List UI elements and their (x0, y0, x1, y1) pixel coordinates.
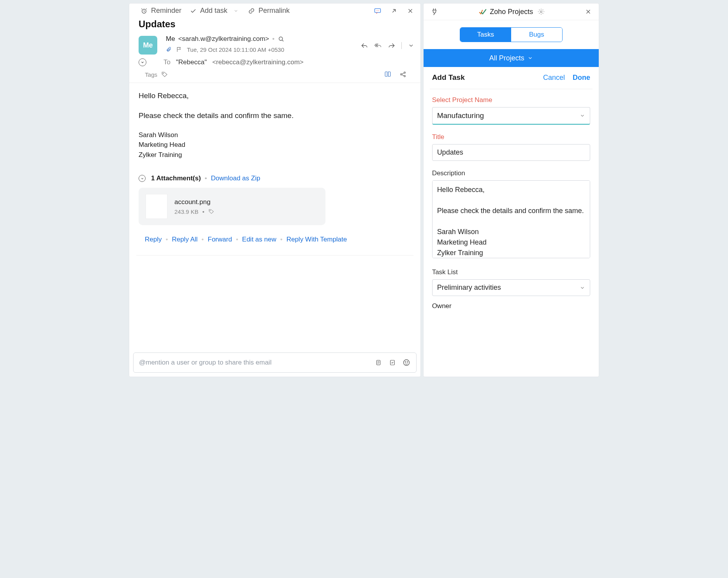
description-textarea[interactable] (432, 180, 590, 258)
permalink-label: Permalink (258, 7, 290, 15)
projects-pane: Zoho Projects Tasks Bugs All Projects Ad… (423, 3, 599, 377)
edit-as-new-link[interactable]: Edit as new (242, 236, 276, 243)
tasks-bugs-segmented: Tasks Bugs (460, 27, 563, 42)
tasklist-label: Task List (432, 268, 590, 276)
attachment-name: account.png (174, 198, 215, 206)
emoji-icon[interactable] (402, 359, 411, 367)
svg-point-16 (540, 11, 542, 13)
search-icon[interactable] (278, 35, 285, 42)
attachments-toggle-icon[interactable] (139, 175, 146, 182)
svg-point-10 (210, 210, 211, 211)
from-name: Me (166, 35, 175, 43)
reply-icon[interactable] (361, 42, 368, 49)
plug-icon[interactable] (431, 8, 438, 16)
add-task-heading: Add Task (432, 73, 465, 82)
avatar: Me (139, 36, 157, 55)
svg-point-6 (163, 73, 164, 74)
projects-app-name: Zoho Projects (490, 8, 533, 16)
svg-point-2 (376, 10, 376, 11)
done-button[interactable]: Done (573, 74, 590, 82)
svg-point-3 (377, 10, 378, 11)
body-line: Please check the details and confirm the… (139, 110, 411, 121)
open-external-icon[interactable] (390, 7, 398, 15)
svg-point-5 (279, 37, 283, 41)
attachment-icon[interactable] (166, 46, 171, 53)
tab-bugs[interactable]: Bugs (511, 28, 562, 42)
permalink-button[interactable]: Permalink (248, 7, 290, 15)
sig-title: Marketing Head (139, 140, 411, 150)
cancel-button[interactable]: Cancel (543, 74, 565, 82)
title-input[interactable] (432, 144, 590, 161)
sig-company: Zylker Training (139, 150, 411, 160)
email-subject: Updates (129, 16, 420, 35)
tasklist-field: Task List Preliminary activities (432, 268, 590, 296)
project-field: Select Project Name Manufacturing (432, 96, 590, 125)
title-field: Title (432, 133, 590, 161)
project-value: Manufacturing (437, 111, 484, 120)
attachment-card[interactable]: account.png 243.9 KB • (139, 188, 325, 225)
clipboard-icon[interactable] (374, 359, 383, 367)
attachment-count: 1 Attachment(s) (151, 174, 201, 182)
project-label: Select Project Name (432, 96, 590, 104)
svg-point-4 (378, 10, 378, 11)
add-task-label: Add task (200, 7, 227, 15)
from-email: <sarah.w@zylkertraining.com> (178, 35, 269, 43)
tasklist-select[interactable]: Preliminary activities (432, 279, 590, 296)
email-toolbar: Reminder Add task Permalink (129, 4, 420, 16)
mention-input[interactable]: @mention a user or group to share this e… (133, 352, 417, 373)
reply-all-icon[interactable] (374, 42, 382, 49)
projects-logo-icon (478, 7, 487, 16)
to-email: <rebecca@zylkertraining.com> (212, 58, 304, 66)
svg-point-14 (405, 362, 406, 363)
svg-point-15 (407, 362, 408, 363)
projects-dropdown[interactable]: All Projects (424, 49, 599, 67)
attachment-size: 243.9 KB (174, 208, 199, 215)
download-zip-link[interactable]: Download as Zip (211, 174, 260, 182)
svg-point-13 (403, 360, 409, 366)
link-icon (248, 7, 255, 15)
checklist-icon[interactable] (388, 359, 397, 367)
email-body: Hello Rebecca, Please check the details … (129, 83, 420, 171)
reminder-button[interactable]: Reminder (140, 7, 181, 15)
expand-icon[interactable] (408, 42, 414, 49)
from-line: Me <sarah.w@zylkertraining.com> • (166, 35, 356, 43)
chevron-down-icon (580, 285, 585, 291)
forward-icon[interactable] (388, 42, 395, 49)
body-greeting: Hello Rebecca, (139, 90, 411, 101)
to-label: To (152, 58, 171, 66)
email-pane: Reminder Add task Permalink (129, 3, 421, 377)
tab-tasks[interactable]: Tasks (460, 28, 511, 42)
add-task-button[interactable]: Add task (189, 7, 240, 15)
chat-icon[interactable] (374, 7, 382, 15)
expand-recipients-icon[interactable] (139, 58, 146, 66)
email-date: Tue, 29 Oct 2024 10:11:00 AM +0530 (187, 46, 284, 53)
reminder-label: Reminder (151, 7, 181, 15)
chevron-down-icon (232, 7, 240, 15)
project-select[interactable]: Manufacturing (432, 107, 590, 125)
gear-icon[interactable] (538, 8, 545, 15)
description-label: Description (432, 169, 590, 177)
tag-icon[interactable] (161, 71, 168, 78)
forward-link[interactable]: Forward (208, 236, 232, 243)
reply-template-link[interactable]: Reply With Template (287, 236, 347, 243)
share-icon[interactable] (399, 71, 406, 78)
close-panel-icon[interactable] (585, 8, 592, 15)
title-label: Title (432, 133, 590, 141)
flag-icon[interactable] (176, 46, 182, 53)
attachment-tag-icon[interactable] (208, 208, 215, 215)
attachment-thumbnail (146, 194, 167, 219)
description-field: Description (432, 169, 590, 260)
reply-all-link[interactable]: Reply All (172, 236, 197, 243)
chevron-down-icon (580, 113, 585, 118)
tasklist-value: Preliminary activities (437, 284, 501, 292)
check-icon (189, 7, 197, 15)
sig-name: Sarah Wilson (139, 130, 411, 140)
reply-link[interactable]: Reply (145, 236, 162, 243)
owner-label: Owner (424, 302, 599, 313)
alarm-icon (140, 7, 148, 15)
mention-placeholder: @mention a user or group to share this e… (139, 359, 271, 367)
to-name: "Rebecca" (176, 58, 207, 66)
tags-label: Tags (139, 71, 157, 78)
reader-icon[interactable] (384, 71, 392, 78)
close-icon[interactable] (406, 7, 414, 15)
